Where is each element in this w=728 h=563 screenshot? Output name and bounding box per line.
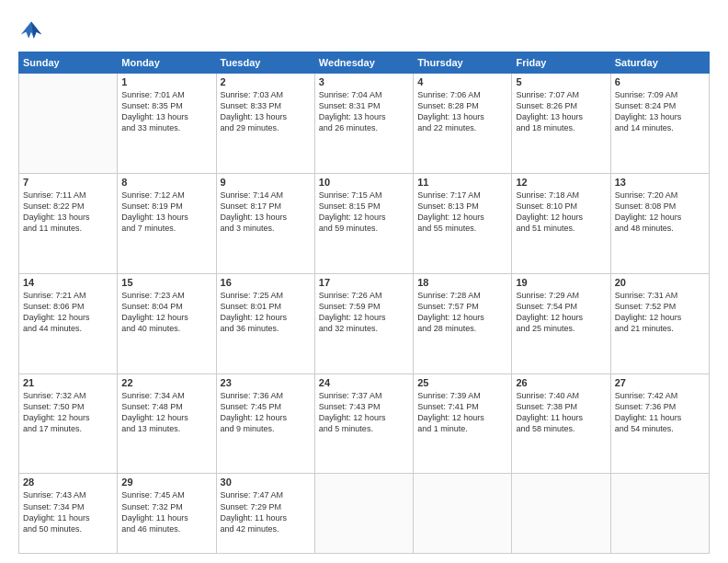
logo [18,17,48,42]
cell-info: Sunrise: 7:37 AM Sunset: 7:43 PM Dayligh… [319,390,409,435]
calendar-cell [512,474,610,554]
calendar-cell [314,474,413,554]
day-number: 16 [221,277,311,288]
cell-info: Sunrise: 7:18 AM Sunset: 8:10 PM Dayligh… [516,190,606,235]
calendar-cell: 23Sunrise: 7:36 AM Sunset: 7:45 PM Dayli… [216,373,314,474]
calendar-cell [19,74,118,174]
day-number: 26 [516,377,606,388]
calendar-cell: 26Sunrise: 7:40 AM Sunset: 7:38 PM Dayli… [512,373,610,474]
day-number: 20 [615,277,705,288]
day-number: 10 [319,177,409,188]
day-number: 5 [516,76,606,87]
cell-info: Sunrise: 7:31 AM Sunset: 7:52 PM Dayligh… [615,290,705,335]
week-row-1: 1Sunrise: 7:01 AM Sunset: 8:35 PM Daylig… [19,74,710,174]
calendar-cell: 11Sunrise: 7:17 AM Sunset: 8:13 PM Dayli… [414,173,512,273]
cell-info: Sunrise: 7:23 AM Sunset: 8:04 PM Dayligh… [121,290,211,335]
day-number: 13 [615,177,705,188]
calendar-cell: 3Sunrise: 7:04 AM Sunset: 8:31 PM Daylig… [314,74,413,174]
day-number: 8 [121,177,211,188]
cell-info: Sunrise: 7:12 AM Sunset: 8:19 PM Dayligh… [121,190,211,235]
day-number: 24 [319,377,409,388]
day-number: 14 [23,277,113,288]
calendar-cell: 7Sunrise: 7:11 AM Sunset: 8:22 PM Daylig… [19,173,118,273]
weekday-header-wednesday: Wednesday [314,52,413,74]
calendar-cell: 15Sunrise: 7:23 AM Sunset: 8:04 PM Dayli… [118,273,216,373]
week-row-2: 7Sunrise: 7:11 AM Sunset: 8:22 PM Daylig… [19,173,710,273]
cell-info: Sunrise: 7:39 AM Sunset: 7:41 PM Dayligh… [417,390,507,435]
cell-info: Sunrise: 7:15 AM Sunset: 8:15 PM Dayligh… [319,190,409,235]
calendar-cell: 4Sunrise: 7:06 AM Sunset: 8:28 PM Daylig… [414,74,512,174]
calendar-cell: 18Sunrise: 7:28 AM Sunset: 7:57 PM Dayli… [414,273,512,373]
weekday-header-row: SundayMondayTuesdayWednesdayThursdayFrid… [19,52,710,74]
cell-info: Sunrise: 7:11 AM Sunset: 8:22 PM Dayligh… [23,190,113,235]
day-number: 23 [221,377,311,388]
cell-info: Sunrise: 7:29 AM Sunset: 7:54 PM Dayligh… [516,290,606,335]
cell-info: Sunrise: 7:04 AM Sunset: 8:31 PM Dayligh… [319,89,409,134]
svg-marker-1 [31,22,41,39]
week-row-3: 14Sunrise: 7:21 AM Sunset: 8:06 PM Dayli… [19,273,710,373]
day-number: 19 [516,277,606,288]
day-number: 2 [221,76,311,87]
calendar-table: SundayMondayTuesdayWednesdayThursdayFrid… [18,52,710,554]
day-number: 18 [417,277,507,288]
cell-info: Sunrise: 7:20 AM Sunset: 8:08 PM Dayligh… [615,190,705,235]
weekday-header-thursday: Thursday [414,52,512,74]
cell-info: Sunrise: 7:45 AM Sunset: 7:32 PM Dayligh… [121,489,211,534]
day-number: 22 [121,377,211,388]
day-number: 21 [23,377,113,388]
calendar-cell: 19Sunrise: 7:29 AM Sunset: 7:54 PM Dayli… [512,273,610,373]
cell-info: Sunrise: 7:32 AM Sunset: 7:50 PM Dayligh… [23,390,113,435]
cell-info: Sunrise: 7:21 AM Sunset: 8:06 PM Dayligh… [23,290,113,335]
cell-info: Sunrise: 7:17 AM Sunset: 8:13 PM Dayligh… [417,190,507,235]
cell-info: Sunrise: 7:40 AM Sunset: 7:38 PM Dayligh… [516,390,606,435]
week-row-5: 28Sunrise: 7:43 AM Sunset: 7:34 PM Dayli… [19,474,710,554]
calendar-cell: 25Sunrise: 7:39 AM Sunset: 7:41 PM Dayli… [414,373,512,474]
cell-info: Sunrise: 7:25 AM Sunset: 8:01 PM Dayligh… [221,290,311,335]
calendar-cell: 22Sunrise: 7:34 AM Sunset: 7:48 PM Dayli… [118,373,216,474]
day-number: 3 [319,76,409,87]
day-number: 11 [417,177,507,188]
cell-info: Sunrise: 7:01 AM Sunset: 8:35 PM Dayligh… [121,89,211,134]
calendar-cell: 10Sunrise: 7:15 AM Sunset: 8:15 PM Dayli… [314,173,413,273]
cell-info: Sunrise: 7:34 AM Sunset: 7:48 PM Dayligh… [121,390,211,435]
cell-info: Sunrise: 7:06 AM Sunset: 8:28 PM Dayligh… [417,89,507,134]
calendar-cell: 1Sunrise: 7:01 AM Sunset: 8:35 PM Daylig… [118,74,216,174]
day-number: 12 [516,177,606,188]
calendar-cell: 30Sunrise: 7:47 AM Sunset: 7:29 PM Dayli… [216,474,314,554]
weekday-header-tuesday: Tuesday [216,52,314,74]
calendar-cell: 9Sunrise: 7:14 AM Sunset: 8:17 PM Daylig… [216,173,314,273]
day-number: 1 [121,76,211,87]
calendar-cell: 20Sunrise: 7:31 AM Sunset: 7:52 PM Dayli… [610,273,709,373]
day-number: 25 [417,377,507,388]
cell-info: Sunrise: 7:09 AM Sunset: 8:24 PM Dayligh… [615,89,705,134]
day-number: 4 [417,76,507,87]
calendar-cell: 21Sunrise: 7:32 AM Sunset: 7:50 PM Dayli… [19,373,118,474]
cell-info: Sunrise: 7:43 AM Sunset: 7:34 PM Dayligh… [23,489,113,534]
day-number: 29 [121,477,211,488]
day-number: 15 [121,277,211,288]
calendar-cell: 13Sunrise: 7:20 AM Sunset: 8:08 PM Dayli… [610,173,709,273]
calendar-cell: 6Sunrise: 7:09 AM Sunset: 8:24 PM Daylig… [610,74,709,174]
cell-info: Sunrise: 7:14 AM Sunset: 8:17 PM Dayligh… [221,190,311,235]
calendar-cell: 8Sunrise: 7:12 AM Sunset: 8:19 PM Daylig… [118,173,216,273]
calendar-cell: 2Sunrise: 7:03 AM Sunset: 8:33 PM Daylig… [216,74,314,174]
calendar-cell: 24Sunrise: 7:37 AM Sunset: 7:43 PM Dayli… [314,373,413,474]
day-number: 28 [23,477,113,488]
page: SundayMondayTuesdayWednesdayThursdayFrid… [0,0,728,563]
svg-marker-0 [21,22,41,39]
cell-info: Sunrise: 7:26 AM Sunset: 7:59 PM Dayligh… [319,290,409,335]
header [18,17,710,42]
cell-info: Sunrise: 7:28 AM Sunset: 7:57 PM Dayligh… [417,290,507,335]
calendar-cell: 17Sunrise: 7:26 AM Sunset: 7:59 PM Dayli… [314,273,413,373]
day-number: 17 [319,277,409,288]
calendar-cell [610,474,709,554]
day-number: 30 [221,477,311,488]
cell-info: Sunrise: 7:07 AM Sunset: 8:26 PM Dayligh… [516,89,606,134]
calendar-cell: 27Sunrise: 7:42 AM Sunset: 7:36 PM Dayli… [610,373,709,474]
cell-info: Sunrise: 7:47 AM Sunset: 7:29 PM Dayligh… [221,489,311,534]
calendar-cell [414,474,512,554]
weekday-header-friday: Friday [512,52,610,74]
day-number: 6 [615,76,705,87]
weekday-header-monday: Monday [118,52,216,74]
calendar-cell: 28Sunrise: 7:43 AM Sunset: 7:34 PM Dayli… [19,474,118,554]
